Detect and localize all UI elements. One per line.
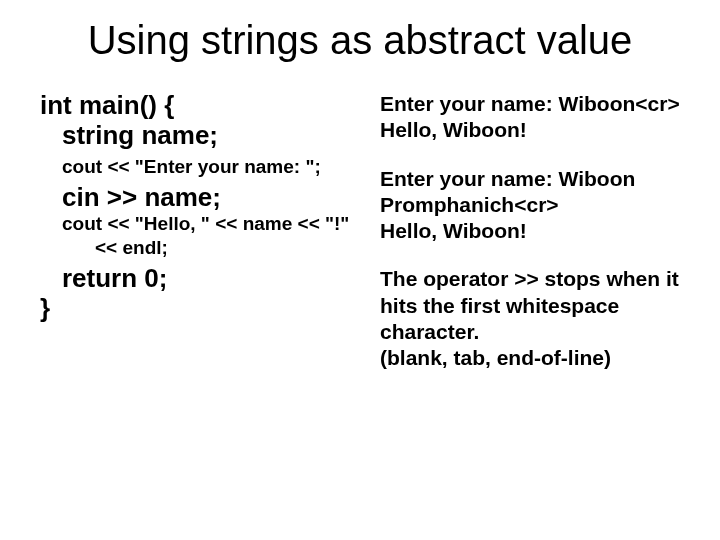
code-column: int main() { string name; cout << "Enter… [40,91,370,371]
slide: Using strings as abstract value int main… [0,0,720,540]
explain-line: character. [380,319,690,345]
output-line: Enter your name: Wiboon<cr> [380,91,690,117]
code-line: int main() { [40,91,370,121]
output-line: Promphanich<cr> [380,192,690,218]
code-line: } [40,294,370,324]
code-line: cout << "Enter your name: "; [40,155,370,179]
content-columns: int main() { string name; cout << "Enter… [0,63,720,371]
explain-line: The operator >> stops when it [380,266,690,292]
code-line: << endl; [40,236,370,260]
output-line: Enter your name: Wiboon [380,166,690,192]
code-line: return 0; [40,264,370,294]
slide-title: Using strings as abstract value [0,0,720,63]
explain-line: (blank, tab, end-of-line) [380,345,690,371]
code-line: cin >> name; [40,183,370,213]
output-line: Hello, Wiboon! [380,117,690,143]
output-line: Hello, Wiboon! [380,218,690,244]
explain-line: hits the first whitespace [380,293,690,319]
code-line: string name; [40,121,370,151]
code-line: cout << "Hello, " << name << "!" [40,212,370,236]
output-column: Enter your name: Wiboon<cr> Hello, Wiboo… [370,91,690,371]
